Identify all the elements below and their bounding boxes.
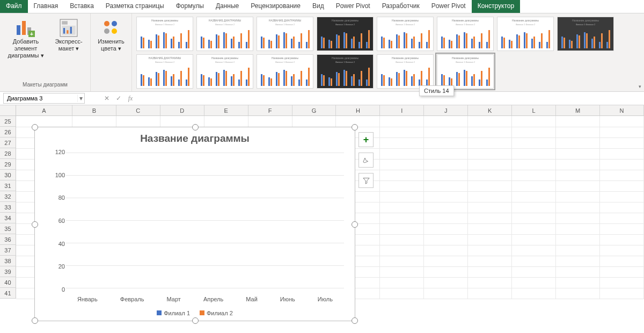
chart-style-7[interactable]: Название диаграммыФилиал 1 Филиал 2: [497, 17, 554, 51]
change-colors-button[interactable]: Изменить цвета ▾: [95, 16, 127, 52]
cell-N25[interactable]: [600, 116, 644, 127]
chart-style-8[interactable]: Название диаграммыФилиал 1 Филиал 2: [557, 17, 614, 51]
cell-K28[interactable]: [468, 148, 512, 160]
tab-файл[interactable]: Файл: [0, 0, 28, 13]
cell-M38[interactable]: [556, 256, 600, 267]
cell-K25[interactable]: [468, 116, 512, 127]
cell-M27[interactable]: [556, 137, 600, 149]
cell-J31[interactable]: [424, 180, 468, 192]
row-header-40[interactable]: 40: [0, 277, 16, 288]
cell-M30[interactable]: [556, 170, 600, 181]
cell-I39[interactable]: [380, 266, 424, 278]
cell-G25[interactable]: [292, 116, 336, 127]
cell-J35[interactable]: [424, 223, 468, 235]
cell-N29[interactable]: [600, 159, 644, 170]
cell-C25[interactable]: [116, 116, 160, 127]
chart-style-12[interactable]: Название диаграммыФилиал 1 Филиал 2: [317, 54, 374, 89]
col-header-E[interactable]: E: [204, 105, 248, 116]
cell-M39[interactable]: [556, 266, 600, 278]
cell-L26[interactable]: [512, 127, 556, 138]
chart-styles-button[interactable]: [358, 153, 374, 168]
tab-вид[interactable]: Вид: [306, 0, 330, 13]
cell-L25[interactable]: [512, 116, 556, 127]
cell-J33[interactable]: [424, 202, 468, 213]
row-header-33[interactable]: 33: [0, 202, 16, 213]
cell-I32[interactable]: [380, 191, 424, 202]
chart-style-14[interactable]: Название диаграммыФилиал 1 Филиал 2: [437, 54, 494, 89]
cell-K34[interactable]: [468, 213, 512, 224]
cell-J29[interactable]: [424, 159, 468, 170]
row-header-31[interactable]: 31: [0, 180, 16, 191]
row-header-39[interactable]: 39: [0, 266, 16, 277]
row-header-36[interactable]: 36: [0, 234, 16, 245]
cell-I41[interactable]: [380, 288, 424, 299]
cell-K40[interactable]: [468, 277, 512, 288]
row-header-38[interactable]: 38: [0, 256, 16, 266]
tab-рецензирование[interactable]: Рецензирование: [245, 0, 306, 13]
cell-N35[interactable]: [600, 223, 644, 235]
cell-I30[interactable]: [380, 170, 424, 181]
row-header-30[interactable]: 30: [0, 170, 16, 180]
cell-N36[interactable]: [600, 234, 644, 245]
cell-J41[interactable]: [424, 288, 468, 299]
quick-layout-button[interactable]: Экспресс-макет ▾: [52, 16, 86, 52]
chart-style-9[interactable]: НАЗВАНИЕ ДИАГРАММЫФилиал 1 Филиал 2: [136, 54, 193, 89]
cell-I37[interactable]: [380, 245, 424, 256]
row-header-37[interactable]: 37: [0, 245, 16, 256]
cell-M31[interactable]: [556, 180, 600, 192]
cell-I31[interactable]: [380, 180, 424, 192]
cell-M25[interactable]: [556, 116, 600, 127]
cell-M32[interactable]: [556, 191, 600, 202]
tab-вставка[interactable]: Вставка: [64, 0, 100, 13]
chart-style-2[interactable]: НАЗВАНИЕ ДИАГРАММЫФилиал 1 Филиал 2: [196, 17, 253, 51]
chart-object[interactable]: Название диаграммы 120100806040200 Январ…: [34, 127, 355, 321]
cell-N38[interactable]: [600, 256, 644, 267]
cell-N41[interactable]: [600, 288, 644, 299]
add-chart-element-button[interactable]: + Добавить элемент диаграммы ▾: [4, 16, 47, 59]
cell-J27[interactable]: [424, 137, 468, 149]
resize-handle[interactable]: [352, 221, 358, 228]
cell-B25[interactable]: [72, 116, 116, 127]
cell-K31[interactable]: [468, 180, 512, 192]
cell-K26[interactable]: [468, 127, 512, 138]
col-header-C[interactable]: C: [116, 105, 160, 116]
cell-F25[interactable]: [248, 116, 292, 127]
cell-K36[interactable]: [468, 234, 512, 245]
name-box[interactable]: ▾: [3, 93, 85, 104]
chart-style-3[interactable]: НАЗВАНИЕ ДИАГРАММЫФилиал 1 Филиал 2: [257, 17, 313, 51]
cell-N27[interactable]: [600, 137, 644, 149]
fx-icon[interactable]: fx: [125, 95, 136, 103]
cell-K37[interactable]: [468, 245, 512, 256]
cell-K35[interactable]: [468, 223, 512, 235]
legend-item-Филиал 2[interactable]: Филиал 2: [200, 310, 233, 316]
name-box-input[interactable]: [4, 95, 77, 102]
cell-L37[interactable]: [512, 245, 556, 256]
cell-N40[interactable]: [600, 277, 644, 288]
cell-I27[interactable]: [380, 137, 424, 149]
cell-N39[interactable]: [600, 266, 644, 278]
col-header-M[interactable]: M: [556, 105, 600, 116]
resize-handle[interactable]: [32, 221, 38, 228]
cell-K38[interactable]: [468, 256, 512, 267]
row-header-25[interactable]: 25: [0, 116, 16, 127]
cell-N32[interactable]: [600, 191, 644, 202]
col-header-H[interactable]: H: [336, 105, 380, 116]
chart-style-4[interactable]: Название диаграммыФилиал 1 Филиал 2: [317, 17, 374, 51]
row-header-34[interactable]: 34: [0, 213, 16, 223]
cell-K30[interactable]: [468, 170, 512, 181]
tab-разработчик[interactable]: Разработчик: [376, 0, 426, 13]
cell-N26[interactable]: [600, 127, 644, 138]
cell-I35[interactable]: [380, 223, 424, 235]
row-header-32[interactable]: 32: [0, 191, 16, 202]
chart-elements-button[interactable]: +: [358, 132, 374, 147]
cell-L27[interactable]: [512, 137, 556, 149]
chart-style-11[interactable]: Название диаграммыФилиал 1 Филиал 2: [257, 54, 313, 89]
cell-I34[interactable]: [380, 213, 424, 224]
cell-J32[interactable]: [424, 191, 468, 202]
cell-M36[interactable]: [556, 234, 600, 245]
cell-J34[interactable]: [424, 213, 468, 224]
cell-L40[interactable]: [512, 277, 556, 288]
col-header-B[interactable]: B: [72, 105, 116, 116]
cell-L36[interactable]: [512, 234, 556, 245]
cell-N28[interactable]: [600, 148, 644, 160]
